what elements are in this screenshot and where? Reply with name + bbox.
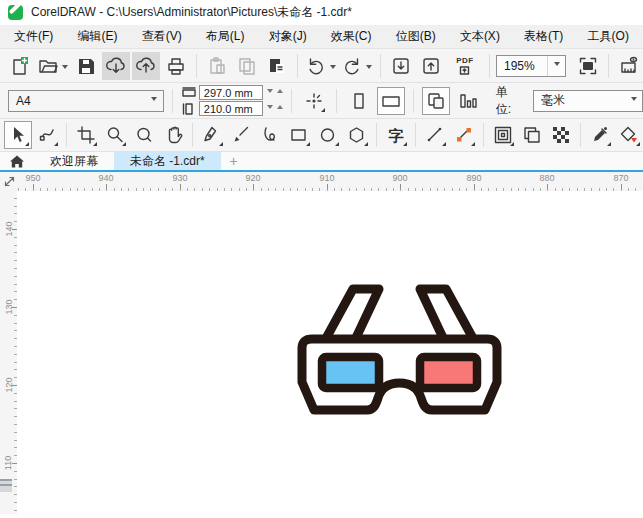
undo-icon — [306, 56, 326, 76]
menu-edit[interactable]: 编辑(E) — [78, 28, 118, 45]
page-sorter-button[interactable] — [454, 87, 482, 115]
export-button[interactable] — [417, 52, 445, 80]
all-pages-button[interactable] — [422, 87, 450, 115]
propbar-separator — [291, 89, 292, 113]
zoom-secondary-tool[interactable] — [130, 121, 158, 149]
paste-button[interactable] — [263, 52, 291, 80]
units-combobox[interactable]: 毫米 — [533, 90, 643, 112]
toolbox-separator — [415, 123, 416, 147]
page-size-combobox[interactable]: A4 — [8, 90, 164, 112]
polygon-tool[interactable] — [343, 121, 371, 149]
publish-to-pdf-button[interactable]: PDF — [449, 52, 481, 80]
freehand-curve-icon — [260, 125, 280, 145]
pen-tool[interactable] — [198, 121, 226, 149]
rectangle-tool[interactable] — [285, 121, 313, 149]
open-button[interactable] — [36, 52, 60, 80]
show-rulers-button[interactable] — [615, 52, 643, 80]
page-width-spinner[interactable] — [267, 89, 283, 96]
menu-layout[interactable]: 布局(L) — [206, 28, 245, 45]
menu-text[interactable]: 文本(X) — [460, 28, 500, 45]
paintbrush-icon — [231, 125, 251, 145]
transparency-tool[interactable] — [547, 121, 575, 149]
zoom-tool-icon — [105, 125, 125, 145]
vruler-label: 130 — [0, 289, 17, 325]
menu-table[interactable]: 表格(T) — [524, 28, 563, 45]
units-caret[interactable] — [625, 91, 642, 111]
connector-tool[interactable] — [450, 121, 478, 149]
drop-shadow-tool[interactable] — [518, 121, 546, 149]
horizontal-ruler[interactable]: 950 940 930 920 910 900 890 880 870 — [0, 172, 643, 191]
new-document-tab-button[interactable]: + — [221, 152, 247, 170]
menu-view[interactable]: 查看(V) — [142, 28, 182, 45]
units-label: 单位: — [496, 84, 523, 118]
ruler-origin-button[interactable] — [0, 172, 18, 191]
right-lens — [420, 357, 477, 388]
drawing-canvas[interactable] — [17, 191, 643, 514]
cloud-upload-button[interactable] — [132, 52, 160, 80]
shape-tool[interactable] — [33, 121, 61, 149]
menu-object[interactable]: 对象(J) — [269, 28, 307, 45]
save-button[interactable] — [72, 52, 100, 80]
page-size-caret[interactable] — [146, 91, 163, 111]
interactive-fill-tool[interactable] — [615, 121, 643, 149]
toolbar-separator — [608, 54, 609, 78]
pan-tool[interactable] — [159, 121, 187, 149]
hruler-label: 920 — [235, 173, 271, 183]
page-height-spinner[interactable] — [267, 105, 283, 112]
eyedropper-tool[interactable] — [586, 121, 614, 149]
cloud-upload-icon — [135, 56, 157, 76]
anaglyph-glasses-artwork[interactable] — [296, 282, 503, 430]
pick-tool[interactable] — [4, 121, 32, 149]
zoom-level-combobox[interactable]: 195% — [496, 55, 566, 77]
redo-dropdown-caret[interactable] — [366, 65, 372, 72]
save-icon — [76, 56, 96, 76]
portrait-orientation-button[interactable] — [345, 87, 373, 115]
undo-dropdown-caret[interactable] — [330, 65, 336, 72]
print-button[interactable] — [162, 52, 190, 80]
toolbox-separator — [483, 123, 484, 147]
toolbar-separator — [297, 54, 298, 78]
zoom-level-caret[interactable] — [547, 56, 565, 76]
home-tab[interactable] — [0, 152, 34, 170]
artistic-media-tool[interactable] — [227, 121, 255, 149]
menu-tools[interactable]: 工具(O) — [588, 28, 629, 45]
menu-effects[interactable]: 效果(C) — [331, 28, 372, 45]
landscape-orientation-button[interactable] — [377, 87, 405, 115]
new-document-button[interactable] — [6, 52, 34, 80]
undo-button[interactable] — [304, 52, 328, 80]
property-bar: A4 297.0 mm 210.0 mm — [0, 83, 643, 119]
hruler-label: 940 — [88, 173, 124, 183]
nudge-offset-button[interactable] — [300, 87, 328, 115]
vertical-ruler[interactable]: 140 130 120 110 — [0, 191, 17, 514]
right-temple — [420, 289, 475, 342]
page-height-field[interactable]: 210.0 mm — [199, 101, 263, 116]
line-tool[interactable] — [421, 121, 449, 149]
left-temple — [324, 289, 379, 342]
ellipse-icon — [318, 125, 338, 145]
open-dropdown-caret[interactable] — [62, 65, 68, 72]
ellipse-tool[interactable] — [314, 121, 342, 149]
polygon-icon — [347, 125, 367, 145]
cloud-download-button[interactable] — [102, 52, 130, 80]
toolbox-separator — [376, 123, 377, 147]
all-pages-icon — [426, 91, 446, 111]
page-width-field[interactable]: 297.0 mm — [199, 85, 263, 100]
import-button[interactable] — [387, 52, 415, 80]
hruler-label: 910 — [309, 173, 345, 183]
menu-bitmaps[interactable]: 位图(B) — [396, 28, 436, 45]
menu-file[interactable]: 文件(F) — [14, 28, 53, 45]
zoom-tool[interactable] — [101, 121, 129, 149]
tab-welcome-screen[interactable]: 欢迎屏幕 — [34, 152, 114, 170]
crop-tool[interactable] — [72, 121, 100, 149]
tab-document[interactable]: 未命名 -1.cdr* — [114, 152, 221, 170]
contour-tool[interactable] — [489, 121, 517, 149]
redo-button[interactable] — [340, 52, 364, 80]
freehand-tool[interactable] — [256, 121, 284, 149]
show-rulers-icon — [619, 56, 639, 76]
import-icon — [391, 56, 411, 76]
contour-icon — [493, 125, 513, 145]
text-tool[interactable]: 字 — [382, 121, 410, 149]
propbar-separator — [172, 89, 173, 113]
fullscreen-preview-button[interactable] — [574, 52, 602, 80]
window-title: CorelDRAW - C:\Users\Administrator\Pictu… — [31, 4, 352, 21]
